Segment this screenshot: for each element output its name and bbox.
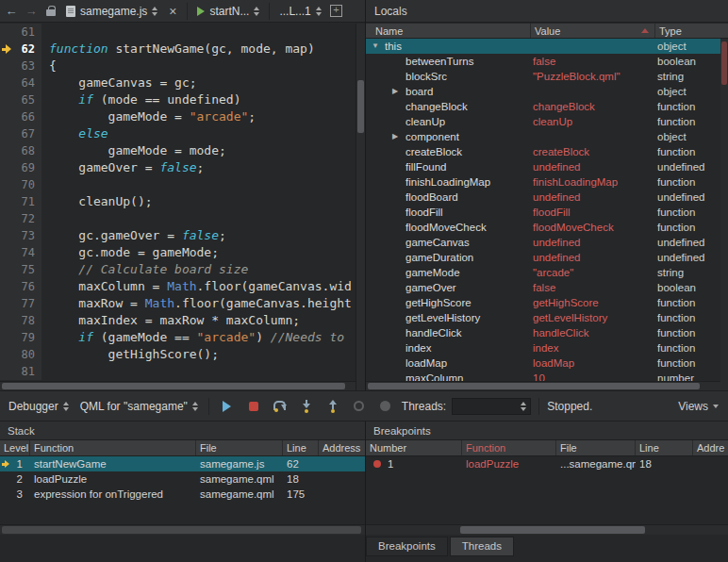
current-line-arrow-icon[interactable] <box>0 41 13 58</box>
gutter-marker[interactable] <box>0 244 13 261</box>
locals-row-board[interactable]: ▶boardobject <box>366 84 728 99</box>
locals-row-component[interactable]: ▶componentobject <box>366 129 728 144</box>
breakpoints-column-header-file[interactable]: File <box>556 440 636 455</box>
locals-row-finishloadingmap[interactable]: finishLoadingMapfinishLoadingMapfunction <box>366 174 728 190</box>
gutter-marker[interactable] <box>0 363 13 380</box>
locals-row-gameover[interactable]: gameOverfalseboolean <box>366 280 728 295</box>
gutter-marker[interactable] <box>0 176 13 193</box>
expander-icon[interactable]: ▶ <box>392 84 405 99</box>
stack-column-header-level[interactable]: Level <box>0 440 30 455</box>
stack-row-3[interactable]: 3expression for onTriggeredsamegame.qml1… <box>0 487 365 502</box>
symbol-selector[interactable]: startN... <box>194 3 262 20</box>
locals-row-floodmovecheck[interactable]: floodMoveCheckfloodMoveCheckfunction <box>366 220 728 235</box>
editor-line-76[interactable]: 76 maxColumn = Math.floor(gameCanvas.wid <box>0 278 356 295</box>
locals-horizontal-scrollbar[interactable] <box>366 381 720 390</box>
gutter-marker[interactable] <box>0 58 13 74</box>
gutter-marker[interactable] <box>0 74 13 91</box>
editor-line-62[interactable]: 62function startNewGame(gc, mode, map) <box>0 41 356 58</box>
editor-line-71[interactable]: 71 cleanUp(); <box>0 193 356 210</box>
stack-column-header-line[interactable]: Line <box>283 440 319 455</box>
gutter-marker[interactable] <box>0 91 13 108</box>
forward-button[interactable]: → <box>24 2 39 21</box>
editor-line-66[interactable]: 66 gameMode = "arcade"; <box>0 108 356 125</box>
gutter-marker[interactable] <box>0 142 13 159</box>
file-selector[interactable]: samegame.js <box>63 3 160 20</box>
editor-line-75[interactable]: 75 // Calculate board size <box>0 261 356 278</box>
editor-line-72[interactable]: 72 <box>0 210 356 227</box>
gutter-marker[interactable] <box>0 278 13 295</box>
locals-row-gethighscore[interactable]: getHighScoregetHighScorefunction <box>366 295 728 310</box>
tab-breakpoints[interactable]: Breakpoints <box>366 537 448 556</box>
split-editor-button[interactable] <box>329 2 344 21</box>
step-into-button[interactable] <box>296 396 317 417</box>
expander-icon[interactable]: ▶ <box>392 129 405 144</box>
editor-line-68[interactable]: 68 gameMode = mode; <box>0 142 356 159</box>
scrollbar-handle[interactable] <box>721 41 727 85</box>
locals-row-floodfill[interactable]: floodFillfloodFillfunction <box>366 205 728 220</box>
context-selector[interactable]: ...L...1 <box>276 3 323 20</box>
breakpoints-column-header-function[interactable]: Function <box>462 440 556 455</box>
gutter-marker[interactable] <box>0 193 13 210</box>
editor-line-74[interactable]: 74 gc.mode = gameMode; <box>0 244 356 261</box>
column-header-type[interactable]: Type <box>655 24 728 38</box>
threads-selector[interactable] <box>452 398 531 415</box>
column-header-value[interactable]: Value <box>531 24 655 38</box>
close-document-button[interactable]: × <box>165 2 180 21</box>
editor-vertical-scrollbar[interactable] <box>356 24 365 390</box>
scrollbar-handle[interactable] <box>2 383 345 389</box>
locals-row-gamemode[interactable]: gameMode"arcade"string <box>366 265 728 280</box>
locals-vertical-scrollbar[interactable] <box>720 39 728 390</box>
stack-horizontal-scrollbar[interactable] <box>0 524 365 535</box>
code-editor[interactable]: 6162function startNewGame(gc, mode, map)… <box>0 24 356 381</box>
breakpoints-column-header-line[interactable]: Line <box>636 440 693 455</box>
scrollbar-handle[interactable] <box>368 383 700 389</box>
locals-row-cleanup[interactable]: cleanUpcleanUpfunction <box>366 114 728 129</box>
gutter-marker[interactable] <box>0 261 13 278</box>
restart-button[interactable] <box>349 396 370 417</box>
editor-line-65[interactable]: 65 if (mode == undefined) <box>0 91 356 108</box>
editor-line-81[interactable]: 81 <box>0 363 356 380</box>
locals-row-floodboard[interactable]: floodBoardundefinedundefined <box>366 190 728 205</box>
gutter-marker[interactable] <box>0 159 13 176</box>
gutter-marker[interactable] <box>0 312 13 329</box>
locals-row-gamecanvas[interactable]: gameCanvasundefinedundefined <box>366 235 728 250</box>
tab-threads[interactable]: Threads <box>450 537 514 556</box>
editor-line-78[interactable]: 78 maxIndex = maxRow * maxColumn; <box>0 312 356 329</box>
gutter-marker[interactable] <box>0 210 13 227</box>
breakpoints-column-header-addre[interactable]: Addre <box>693 440 728 455</box>
step-over-button[interactable] <box>270 396 290 417</box>
locals-row-fillfound[interactable]: fillFoundundefinedundefined <box>366 159 728 174</box>
editor-line-64[interactable]: 64 gameCanvas = gc; <box>0 74 356 91</box>
locals-row-betweenturns[interactable]: betweenTurnsfalseboolean <box>366 54 728 69</box>
gutter-marker[interactable] <box>0 227 13 244</box>
editor-line-63[interactable]: 63{ <box>0 58 356 74</box>
continue-button[interactable] <box>217 396 238 417</box>
debugger-perspective-selector[interactable]: Debugger <box>6 398 72 415</box>
stack-column-header-address[interactable]: Address <box>319 440 365 455</box>
views-menu-button[interactable]: Views <box>678 400 722 413</box>
locals-row-createblock[interactable]: createBlockcreateBlockfunction <box>366 144 728 159</box>
stop-debugger-button[interactable] <box>243 396 264 417</box>
scrollbar-handle[interactable] <box>357 80 364 133</box>
gutter-marker[interactable] <box>0 346 13 363</box>
locals-row-getlevelhistory[interactable]: getLevelHistorygetLevelHistoryfunction <box>366 310 728 325</box>
stack-row-2[interactable]: 2loadPuzzlesamegame.qml18 <box>0 471 365 487</box>
stack-column-header-file[interactable]: File <box>196 440 283 455</box>
gutter-marker[interactable] <box>0 329 13 346</box>
locals-row-index[interactable]: indexindexfunction <box>366 340 728 355</box>
editor-line-77[interactable]: 77 maxRow = Math.floor(gameCanvas.height <box>0 295 356 312</box>
gutter-marker[interactable] <box>0 24 13 41</box>
stack-column-header-function[interactable]: Function <box>30 440 196 455</box>
stack-row-1[interactable]: 1startNewGamesamegame.js62 <box>0 456 365 471</box>
editor-line-73[interactable]: 73 gc.gameOver = false; <box>0 227 356 244</box>
snapshot-button[interactable] <box>375 396 396 417</box>
editor-line-67[interactable]: 67 else <box>0 125 356 142</box>
column-header-name[interactable]: Name <box>366 24 531 38</box>
step-out-button[interactable] <box>323 396 343 417</box>
gutter-marker[interactable] <box>0 295 13 312</box>
lock-button[interactable] <box>43 2 58 21</box>
locals-row-loadmap[interactable]: loadMaploadMapfunction <box>366 355 728 371</box>
gutter-marker[interactable] <box>0 125 13 142</box>
editor-line-70[interactable]: 70 <box>0 176 356 193</box>
locals-row-this[interactable]: ▼thisobject <box>366 39 728 54</box>
